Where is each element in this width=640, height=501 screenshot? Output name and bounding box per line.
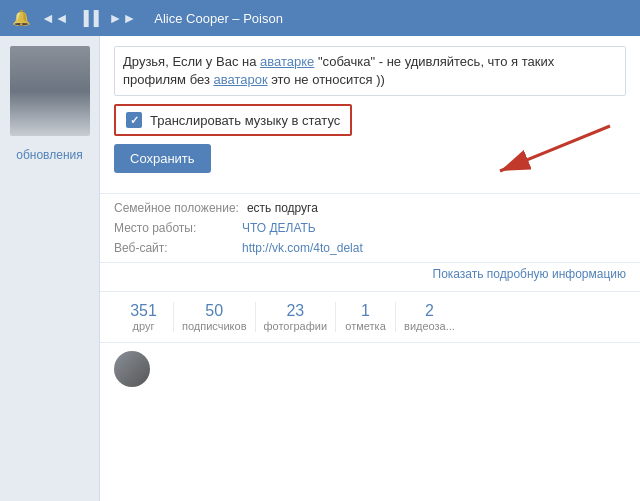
likes-count[interactable]: 1 bbox=[361, 302, 370, 320]
info-row-family: Семейное положение: есть подруга bbox=[114, 198, 626, 218]
svg-line-1 bbox=[500, 126, 610, 171]
website-label: Веб-сайт: bbox=[114, 241, 234, 255]
work-value[interactable]: ЧТО ДЕЛАТЬ bbox=[242, 221, 316, 235]
photos-label: фотографии bbox=[264, 320, 328, 332]
bottom-area bbox=[100, 343, 640, 395]
broadcast-checkbox[interactable] bbox=[126, 112, 142, 128]
stat-videos: 2 видеоза... bbox=[396, 302, 463, 332]
family-value: есть подруга bbox=[247, 201, 318, 215]
friends-label: друг bbox=[133, 320, 155, 332]
red-arrow-svg bbox=[440, 116, 620, 196]
small-avatar bbox=[114, 351, 150, 387]
stat-subscribers: 50 подписчиков bbox=[174, 302, 256, 332]
small-avatar-image bbox=[114, 351, 150, 387]
main-layout: обновления Друзья, Если у Вас на аватарк… bbox=[0, 36, 640, 501]
photos-count[interactable]: 23 bbox=[286, 302, 304, 320]
show-more-link[interactable]: Показать подробную информацию bbox=[100, 263, 640, 285]
bell-icon[interactable]: 🔔 bbox=[12, 9, 31, 27]
status-text-part1: Друзья, Если у Вас на аватарке "собачка"… bbox=[123, 54, 554, 87]
videos-label: видеоза... bbox=[404, 320, 455, 332]
subscribers-label: подписчиков bbox=[182, 320, 247, 332]
info-row-work: Место работы: ЧТО ДЕЛАТЬ bbox=[114, 218, 626, 238]
videos-count[interactable]: 2 bbox=[425, 302, 434, 320]
content-area: Друзья, Если у Вас на аватарке "собачка"… bbox=[100, 36, 640, 501]
top-bar: 🔔 ◄◄ ▐▐ ►► Alice Cooper – Poison bbox=[0, 0, 640, 36]
status-block: Друзья, Если у Вас на аватарке "собачка"… bbox=[100, 36, 640, 194]
profile-avatar bbox=[10, 46, 90, 136]
save-button[interactable]: Сохранить bbox=[114, 144, 211, 173]
stat-photos: 23 фотографии bbox=[256, 302, 337, 332]
next-icon[interactable]: ►► bbox=[109, 10, 137, 26]
subscribers-count[interactable]: 50 bbox=[205, 302, 223, 320]
prev-icon[interactable]: ◄◄ bbox=[41, 10, 69, 26]
broadcast-section: Транслировать музыку в статус bbox=[114, 104, 352, 136]
family-label: Семейное положение: bbox=[114, 201, 239, 215]
work-label: Место работы: bbox=[114, 221, 234, 235]
status-text-field: Друзья, Если у Вас на аватарке "собачка"… bbox=[114, 46, 626, 96]
likes-label: отметка bbox=[345, 320, 385, 332]
friends-count[interactable]: 351 bbox=[130, 302, 157, 320]
sidebar-link-obnovlenia[interactable]: обновления bbox=[12, 146, 86, 164]
info-row-website: Веб-сайт: http://vk.com/4to_delat bbox=[114, 238, 626, 258]
avatarka-link2[interactable]: аватарок bbox=[213, 72, 267, 87]
stats-row: 351 друг 50 подписчиков 23 фотографии 1 … bbox=[100, 291, 640, 343]
website-value[interactable]: http://vk.com/4to_delat bbox=[242, 241, 363, 255]
annotation-arrow bbox=[440, 116, 620, 199]
avatarka-link1[interactable]: аватарке bbox=[260, 54, 314, 69]
broadcast-label: Транслировать музыку в статус bbox=[150, 113, 340, 128]
play-pause-icon[interactable]: ▐▐ bbox=[79, 10, 99, 26]
stat-likes: 1 отметка bbox=[336, 302, 396, 332]
left-sidebar: обновления bbox=[0, 36, 100, 501]
avatar-image bbox=[10, 46, 90, 136]
now-playing-title: Alice Cooper – Poison bbox=[154, 11, 283, 26]
info-section: Семейное положение: есть подруга Место р… bbox=[100, 194, 640, 263]
stat-friends: 351 друг bbox=[114, 302, 174, 332]
